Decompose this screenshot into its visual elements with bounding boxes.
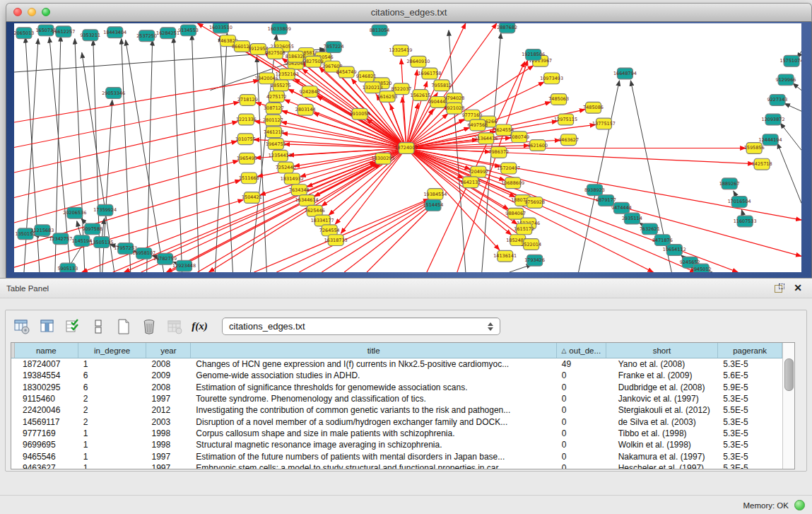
table-cell-short[interactable]: Hescheler et al. (1997) (606, 462, 719, 469)
table-cell-in_degree[interactable]: 2 (78, 393, 147, 404)
graph-node[interactable]: 8938923 (584, 185, 605, 196)
graph-node[interactable]: 12354413 (269, 150, 292, 161)
table-cell-pagerank[interactable]: 5.9E-5 (718, 382, 782, 393)
graph-node[interactable]: 12093872 (762, 114, 785, 125)
graph-node[interactable]: 15720407 (497, 163, 520, 174)
graph-edge[interactable] (406, 148, 753, 163)
graph-node[interactable]: 7485063 (548, 94, 569, 105)
graph-node[interactable]: 7204997 (468, 166, 488, 177)
table-cell-year[interactable]: 1998 (146, 428, 191, 439)
graph-node[interactable]: 29053346 (102, 88, 125, 99)
graph-node[interactable]: 9756928 (524, 197, 545, 209)
new-table-icon[interactable] (114, 317, 133, 336)
table-cell-name[interactable]: 9465546 (15, 450, 78, 462)
graph-node[interactable]: 1010755 (235, 134, 256, 145)
graph-node[interactable]: 4275172 (266, 91, 287, 103)
table-row[interactable]: 969969511998Structural magnetic resonanc… (11, 439, 782, 450)
graph-node[interactable]: 9242848 (300, 86, 320, 98)
table-cell-short[interactable]: Stergiakouli et al. (2012) (606, 404, 719, 416)
graph-node[interactable]: 8813054 (370, 25, 390, 36)
table-cell-out[interactable]: 0 (557, 382, 606, 393)
graph-node[interactable]: 18314932 (281, 173, 304, 185)
table-cell-year[interactable]: 2003 (146, 416, 191, 427)
table-cell-short[interactable]: Nakamura et al. (1997) (606, 450, 719, 462)
graph-node[interactable]: 12923448 (172, 260, 196, 271)
table-cell-short[interactable]: Wolkin et al. (1998) (606, 439, 719, 450)
graph-edge[interactable] (406, 148, 463, 178)
rows-icon[interactable] (88, 317, 107, 336)
table-cell-short[interactable]: Dudbridge et al. (2008) (606, 382, 719, 393)
graph-node[interactable]: 7857224 (324, 42, 344, 53)
table-cell-pagerank[interactable]: 5.3E-5 (718, 428, 782, 439)
function-builder-icon[interactable]: f(x) (190, 317, 209, 336)
float-panel-icon[interactable] (775, 284, 784, 293)
table-cell-pagerank[interactable]: 5.5E-5 (718, 404, 782, 416)
column-header-pagerank[interactable]: pagerank (718, 343, 782, 358)
graph-node[interactable]: 16033510 (209, 23, 233, 33)
table-cell-in_degree[interactable]: 6 (78, 382, 147, 393)
network-canvas[interactable]: 1872400718300295193845542228581820420401… (14, 23, 801, 272)
column-header-name[interactable]: name (15, 343, 78, 358)
graph-node[interactable]: 1616253 (377, 91, 398, 103)
table-row[interactable]: 911546021997Tourette syndrome. Phenomeno… (11, 393, 782, 404)
graph-node[interactable]: 1615172 (514, 223, 534, 235)
table-cell-pagerank[interactable]: 5.3E-5 (718, 416, 782, 427)
table-cell-pagerank[interactable]: 5.6E-5 (718, 370, 782, 381)
graph-node[interactable]: 20206536 (63, 207, 86, 218)
table-cell-short[interactable]: Yano et al. (2008) (606, 358, 719, 370)
graph-node[interactable]: 9621600 (527, 140, 548, 151)
table-cell-name[interactable]: 18300295 (15, 382, 78, 393)
table-cell-name[interactable]: 9699695 (15, 439, 78, 450)
close-panel-icon[interactable]: ✕ (794, 284, 802, 293)
graph-node[interactable]: 13775157 (592, 118, 616, 129)
graph-node[interactable]: 13505135 (90, 237, 113, 248)
table-row[interactable]: 977716911998Corpus callosum shape and si… (11, 428, 782, 439)
table-row[interactable]: 1456911722003Disruption of a novel membe… (11, 416, 782, 427)
graph-edge[interactable] (793, 83, 801, 90)
graph-node[interactable]: 5905133 (57, 263, 78, 272)
table-cell-title[interactable]: Corpus callosum shape and size in male p… (191, 428, 557, 439)
table-cell-out[interactable]: 0 (557, 462, 606, 469)
table-cell-out[interactable]: 49 (557, 358, 606, 370)
column-header-out_de[interactable]: △out_de... (557, 343, 606, 358)
table-cell-year[interactable]: 1998 (146, 439, 191, 450)
graph-node[interactable]: 1889267 (719, 178, 740, 189)
graph-node[interactable]: 1514454 (423, 199, 444, 211)
table-cell-pagerank[interactable]: 5.3E-5 (718, 393, 782, 404)
graph-node[interactable]: 15751074 (780, 55, 801, 66)
table-cell-in_degree[interactable]: 1 (78, 462, 147, 469)
graph-edge[interactable] (215, 33, 227, 272)
table-cell-title[interactable]: Structural magnetic resonance image aver… (191, 439, 557, 450)
column-header-title[interactable]: title (191, 343, 557, 358)
graph-node[interactable]: 7461218 (264, 127, 284, 138)
table-mode-icon[interactable] (12, 317, 31, 336)
column-header-short[interactable]: short (606, 343, 719, 358)
table-cell-name[interactable]: 22420046 (15, 404, 78, 416)
table-row[interactable]: 1938455462009Genome-wide association stu… (11, 370, 782, 381)
graph-node[interactable]: 9463627 (558, 134, 579, 146)
table-cell-out[interactable]: 0 (557, 416, 606, 427)
graph-edge[interactable] (780, 123, 801, 150)
graph-edge[interactable] (122, 39, 131, 272)
graph-edge[interactable] (14, 102, 239, 147)
graph-node[interactable]: 2935114 (622, 213, 642, 224)
table-cell-title[interactable]: Genome-wide association studies in ADHD. (191, 370, 557, 381)
table-cell-year[interactable]: 2009 (146, 370, 191, 381)
table-row[interactable]: 1872400712008Changes of HCN gene express… (11, 358, 782, 370)
graph-node[interactable]: 9134553 (178, 25, 199, 36)
graph-node[interactable]: 1425718 (752, 158, 772, 170)
graph-edge[interactable] (14, 81, 259, 122)
table-cell-out[interactable]: 0 (557, 370, 606, 381)
graph-node[interactable]: 2718129 (237, 95, 258, 106)
graph-node[interactable]: 1964751 (266, 139, 286, 150)
graph-node[interactable]: 2887682 (497, 23, 517, 33)
graph-edge[interactable] (784, 103, 801, 111)
table-cell-name[interactable]: 18724007 (15, 358, 78, 370)
graph-node[interactable]: 12444194 (759, 134, 782, 146)
table-row[interactable]: 946554611997Estimation of the future num… (11, 450, 782, 462)
table-cell-short[interactable]: de Silva et al. (2003) (606, 416, 719, 427)
graph-edge[interactable] (449, 30, 466, 272)
table-row[interactable]: 1830029562008Estimation of significance … (11, 382, 782, 393)
table-cell-year[interactable]: 1997 (146, 462, 191, 469)
table-cell-in_degree[interactable]: 1 (78, 439, 147, 450)
